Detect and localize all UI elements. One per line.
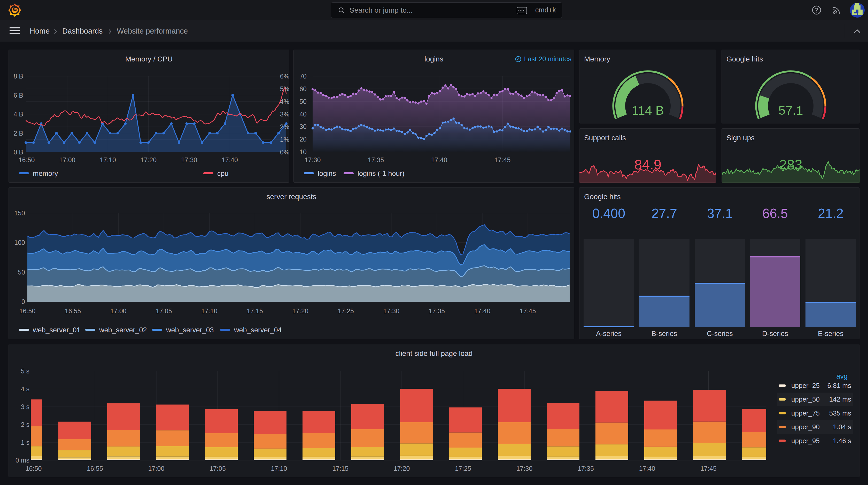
svg-text:17:10: 17:10 [201,307,218,315]
svg-text:17:00: 17:00 [110,307,127,315]
svg-text:535 ms: 535 ms [829,409,851,417]
svg-text:17:05: 17:05 [156,307,172,315]
svg-text:17:35: 17:35 [578,465,594,472]
svg-text:A-series: A-series [596,330,622,337]
svg-text:20: 20 [300,136,307,143]
svg-text:84.9: 84.9 [634,157,661,172]
svg-text:17:40: 17:40 [474,307,491,315]
svg-text:cpu: cpu [217,170,228,177]
svg-text:16:55: 16:55 [65,307,81,315]
svg-text:142 ms: 142 ms [829,395,851,403]
svg-text:27.7: 27.7 [652,206,677,221]
svg-text:17:35: 17:35 [429,307,445,315]
svg-text:C-series: C-series [707,330,733,337]
svg-text:8 B: 8 B [13,72,23,80]
svg-text:17:15: 17:15 [332,465,348,472]
svg-text:16:50: 16:50 [26,465,42,472]
svg-text:17:25: 17:25 [455,465,471,472]
svg-text:3%: 3% [280,110,289,118]
svg-text:0.400: 0.400 [592,206,625,221]
svg-text:3 s: 3 s [21,403,29,410]
svg-text:17:20: 17:20 [292,307,308,315]
svg-text:17:40: 17:40 [222,156,238,163]
svg-text:upper_50: upper_50 [791,395,820,403]
svg-text:17:15: 17:15 [247,307,263,315]
svg-text:web_server_04: web_server_04 [234,326,282,334]
svg-text:17:00: 17:00 [59,156,75,163]
svg-text:70: 70 [300,72,307,80]
svg-text:2%: 2% [280,123,289,130]
svg-text:66.5: 66.5 [762,206,788,221]
svg-text:E-series: E-series [818,330,843,337]
svg-text:upper_90: upper_90 [791,423,820,431]
svg-text:50: 50 [18,268,25,276]
svg-text:logins (-1 hour): logins (-1 hour) [358,170,405,177]
svg-text:4%: 4% [280,98,289,105]
svg-text:17:00: 17:00 [148,465,164,472]
svg-text:0 B: 0 B [13,149,23,156]
svg-text:1 s: 1 s [21,439,29,446]
svg-text:web_server_01: web_server_01 [33,326,81,334]
svg-text:17:35: 17:35 [368,156,384,163]
svg-text:40: 40 [300,110,307,118]
svg-text:17:25: 17:25 [338,307,354,315]
svg-text:16:50: 16:50 [20,307,36,315]
svg-text:2 s: 2 s [21,421,29,428]
svg-text:17:05: 17:05 [210,465,226,472]
svg-text:17:40: 17:40 [639,465,655,472]
svg-text:1.46 s: 1.46 s [833,437,851,445]
svg-text:17:30: 17:30 [517,465,533,472]
svg-text:logins: logins [318,170,336,177]
svg-text:283: 283 [779,157,802,172]
svg-text:17:45: 17:45 [520,307,536,315]
svg-text:57.1: 57.1 [778,103,803,117]
svg-text:4 B: 4 B [13,110,23,118]
svg-text:17:10: 17:10 [100,156,116,163]
svg-text:D-series: D-series [762,330,788,337]
svg-text:upper_25: upper_25 [791,382,820,389]
svg-text:0%: 0% [280,149,289,156]
svg-text:5 s: 5 s [21,367,29,375]
svg-text:6 B: 6 B [13,92,23,99]
svg-text:web_server_03: web_server_03 [166,326,214,334]
svg-text:17:30: 17:30 [305,156,321,163]
svg-text:50: 50 [300,98,307,105]
svg-text:114 B: 114 B [632,103,664,117]
svg-text:4 s: 4 s [21,385,29,392]
svg-text:30: 30 [300,123,307,130]
svg-text:0: 0 [22,298,25,305]
svg-text:10: 10 [300,148,307,156]
svg-text:2 B: 2 B [13,130,23,137]
svg-text:0 ms: 0 ms [16,457,29,464]
svg-text:upper_95: upper_95 [791,437,820,445]
svg-text:150: 150 [14,209,25,217]
svg-text:17:45: 17:45 [494,156,511,163]
svg-text:1.04 s: 1.04 s [833,423,851,431]
svg-text:17:20: 17:20 [141,156,157,163]
svg-text:100: 100 [14,239,25,246]
svg-text:memory: memory [33,170,58,177]
svg-text:5%: 5% [280,85,289,93]
svg-text:60: 60 [300,85,307,93]
svg-text:17:30: 17:30 [383,307,400,315]
svg-text:6.81 ms: 6.81 ms [828,382,851,389]
svg-text:B-series: B-series [652,330,677,337]
svg-text:17:40: 17:40 [431,156,447,163]
svg-text:17:20: 17:20 [394,465,410,472]
svg-text:web_server_02: web_server_02 [99,326,147,334]
svg-text:6%: 6% [280,72,289,80]
svg-text:21.2: 21.2 [818,206,843,221]
svg-text:17:30: 17:30 [181,156,197,163]
svg-text:upper_75: upper_75 [791,409,820,417]
svg-text:17:45: 17:45 [700,465,717,472]
svg-text:17:10: 17:10 [271,465,287,472]
svg-text:16:55: 16:55 [87,465,103,472]
svg-text:16:50: 16:50 [19,156,35,163]
svg-text:37.1: 37.1 [707,206,733,221]
svg-text:avg: avg [836,373,847,380]
svg-text:1%: 1% [280,136,289,143]
